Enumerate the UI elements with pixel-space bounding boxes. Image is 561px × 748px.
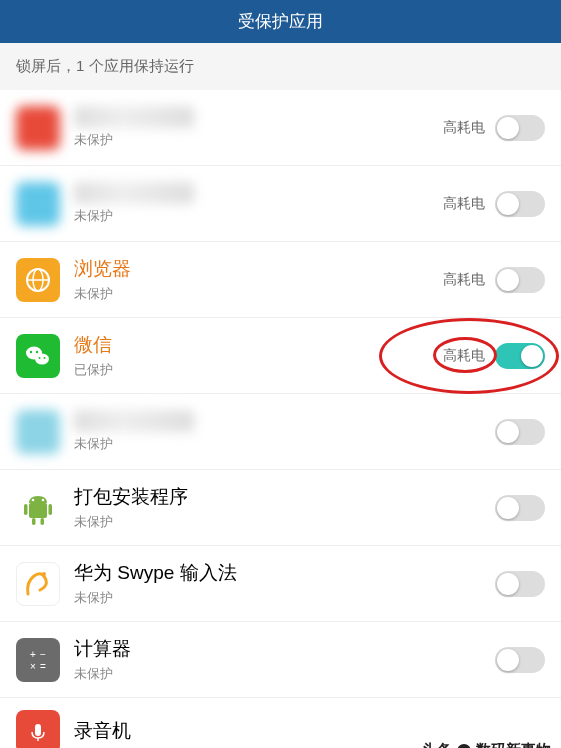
protect-toggle[interactable]: [495, 495, 545, 521]
app-status: 未保护: [74, 285, 443, 303]
svg-rect-21: [35, 724, 41, 736]
app-status: 未保护: [74, 589, 495, 607]
app-name: 录音机: [74, 718, 545, 744]
app-list: 未保护高耗电 未保护高耗电浏览器未保护高耗电微信已保护高耗电 未保护打包安装程序…: [0, 90, 561, 748]
android-icon: [16, 486, 60, 530]
svg-point-23: [457, 744, 471, 749]
app-name: 打包安装程序: [74, 484, 495, 510]
app-row: 微信已保护高耗电: [0, 318, 561, 394]
high-power-badge: 高耗电: [443, 119, 485, 137]
app-info: 浏览器未保护: [74, 256, 443, 303]
app-name: [74, 410, 194, 432]
app-row: +−×=计算器未保护: [0, 622, 561, 698]
svg-rect-14: [32, 518, 36, 525]
svg-rect-13: [49, 504, 53, 515]
app-info: 计算器未保护: [74, 636, 495, 683]
high-power-badge: 高耗电: [443, 347, 485, 365]
app-icon: [16, 410, 60, 454]
app-status: 未保护: [74, 513, 495, 531]
app-name: 华为 Swype 输入法: [74, 560, 495, 586]
app-row: 未保护: [0, 394, 561, 470]
watermark: 头条 数码新事物: [422, 741, 551, 748]
protect-toggle[interactable]: [495, 343, 545, 369]
svg-rect-9: [29, 503, 47, 518]
app-name: 计算器: [74, 636, 495, 662]
page-header: 受保护应用: [0, 0, 561, 43]
app-info: 未保护: [74, 182, 443, 225]
app-name: [74, 182, 194, 204]
svg-text:−: −: [40, 649, 46, 660]
app-info: 打包安装程序未保护: [74, 484, 495, 531]
app-status: 未保护: [74, 131, 443, 149]
svg-rect-12: [24, 504, 28, 515]
app-info: 未保护: [74, 410, 495, 453]
app-row: 未保护高耗电: [0, 90, 561, 166]
swype-icon: [16, 562, 60, 606]
app-name: 浏览器: [74, 256, 443, 282]
calc-icon: +−×=: [16, 638, 60, 682]
svg-text:×: ×: [30, 661, 36, 672]
app-row: 未保护高耗电: [0, 166, 561, 242]
subtitle: 锁屏后，1 个应用保持运行: [0, 43, 561, 90]
protect-toggle[interactable]: [495, 571, 545, 597]
svg-point-6: [36, 350, 38, 352]
app-status: 未保护: [74, 207, 443, 225]
svg-point-16: [42, 572, 46, 576]
protect-toggle[interactable]: [495, 115, 545, 141]
app-row: 浏览器未保护高耗电: [0, 242, 561, 318]
svg-point-10: [32, 498, 35, 501]
page-title: 受保护应用: [238, 12, 323, 31]
svg-point-4: [35, 353, 49, 364]
svg-text:=: =: [40, 661, 46, 672]
high-power-badge: 高耗电: [443, 271, 485, 289]
svg-point-7: [39, 357, 41, 359]
app-info: 未保护: [74, 106, 443, 149]
browser-icon: [16, 258, 60, 302]
app-name: [74, 106, 194, 128]
svg-rect-15: [41, 518, 45, 525]
app-name: 微信: [74, 332, 443, 358]
app-status: 已保护: [74, 361, 443, 379]
protect-toggle[interactable]: [495, 647, 545, 673]
app-icon: [16, 106, 60, 150]
svg-point-11: [42, 498, 45, 501]
app-row: 华为 Swype 输入法未保护: [0, 546, 561, 622]
app-info: 微信已保护: [74, 332, 443, 379]
app-status: 未保护: [74, 435, 495, 453]
protect-toggle[interactable]: [495, 267, 545, 293]
app-row: 打包安装程序未保护: [0, 470, 561, 546]
svg-point-8: [44, 357, 46, 359]
app-status: 未保护: [74, 665, 495, 683]
app-info: 华为 Swype 输入法未保护: [74, 560, 495, 607]
protect-toggle[interactable]: [495, 191, 545, 217]
wechat-icon: [16, 334, 60, 378]
svg-point-5: [30, 350, 32, 352]
app-icon: [16, 182, 60, 226]
recorder-icon: [16, 710, 60, 748]
protect-toggle[interactable]: [495, 419, 545, 445]
svg-text:+: +: [30, 649, 36, 660]
high-power-badge: 高耗电: [443, 195, 485, 213]
